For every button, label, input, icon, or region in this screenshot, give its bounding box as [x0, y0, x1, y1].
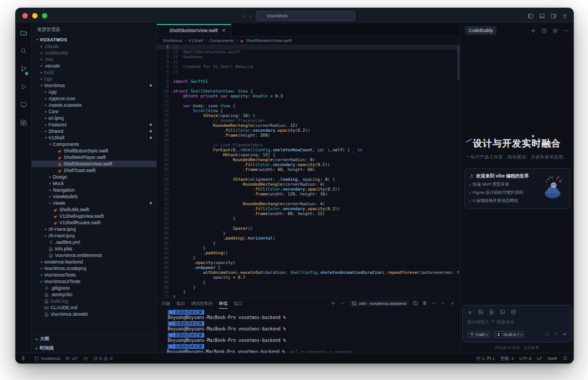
layout-sidebar-right-icon[interactable]	[550, 13, 556, 19]
code-line[interactable]: 22 ForEach(0..<ShellConfig.skeletonRowCo…	[157, 148, 460, 152]
tree-item[interactable]: .sentryclirc	[32, 291, 156, 298]
tree-item[interactable]: ▸Views	[32, 200, 156, 206]
problems-indicator[interactable]: 0 0	[93, 356, 113, 361]
new-terminal-icon[interactable]	[330, 301, 336, 306]
kill-terminal-icon[interactable]	[422, 301, 427, 306]
tree-item[interactable]: ▸Navigation	[32, 187, 156, 193]
tree-item[interactable]: build.log	[32, 298, 156, 304]
codebuddy-tab[interactable]: CodeBuddy	[465, 26, 497, 35]
code-line[interactable]: 37	[157, 221, 460, 226]
code-line[interactable]: 34 .fill(Color.secondary.opacity(0.2))	[157, 206, 460, 211]
activity-item-extensions[interactable]	[20, 119, 27, 128]
activity-item-source-control[interactable]	[20, 65, 27, 75]
code-line[interactable]: 31 .frame(width: 120, height: 16)	[157, 192, 460, 197]
editor-tab[interactable]: ShellSkeletonView.swift ✕	[157, 24, 231, 36]
code-line[interactable]: 6//	[157, 69, 460, 74]
tree-item[interactable]: ▸Core	[32, 108, 156, 115]
tree-item[interactable]: ShellSkeletonView.swift	[32, 161, 156, 167]
activity-item-search[interactable]	[20, 47, 27, 57]
tree-item[interactable]: ▸en.lproj	[32, 115, 156, 121]
code-line[interactable]: 20	[157, 138, 460, 143]
breadcrumb-segment[interactable]: V1Shell	[188, 38, 204, 43]
more-actions-icon[interactable]	[145, 27, 151, 33]
code-line[interactable]: 48 opacity = 0.7	[157, 275, 460, 280]
tree-item[interactable]: V1ShellAppView.swift	[32, 213, 156, 219]
tree-item[interactable]: ▾V1Shell	[32, 134, 156, 141]
code-line[interactable]: 41 }	[157, 241, 460, 246]
split-terminal-icon[interactable]	[413, 301, 418, 306]
breadcrumb-file[interactable]: ShellSkeletonView.swift	[246, 38, 292, 43]
status-item[interactable]: 行 1, 列 1	[476, 356, 495, 361]
tree-item[interactable]: CLAUDE.md	[32, 304, 156, 311]
tree-item[interactable]: ▸VoxAtmosTests	[32, 272, 156, 278]
close-panel-icon[interactable]	[450, 301, 455, 306]
bell-icon[interactable]	[562, 356, 568, 361]
git-branch-indicator[interactable]: v1*	[65, 356, 78, 361]
nav-forward-icon[interactable]: ›	[249, 13, 252, 19]
tree-item[interactable]: ShellButtonStyle.swift	[32, 148, 156, 154]
breadcrumb-segment[interactable]: Components	[209, 38, 234, 43]
code-line[interactable]: 51 }	[157, 290, 460, 295]
code-line[interactable]: 4//	[157, 59, 460, 64]
code-line[interactable]: 14 ScrollView {	[157, 108, 460, 113]
more-actions-icon[interactable]	[449, 27, 455, 33]
code-line[interactable]: 5// Created for V1 Shell Rebuild.	[157, 64, 460, 69]
code-line[interactable]: 27	[157, 172, 460, 177]
code-line[interactable]: 12	[157, 99, 460, 103]
code-line[interactable]: 11 @State private var opacity: Double = …	[157, 94, 460, 99]
code-editor[interactable]: 1//2// ShellSkeletonView.swift3// VoxAtm…	[157, 45, 460, 298]
wand-icon[interactable]	[553, 332, 559, 337]
code-line[interactable]: 45 .opacity(opacity)	[157, 260, 460, 265]
code-line[interactable]: 52}	[157, 295, 460, 298]
remote-indicator[interactable]	[16, 356, 31, 361]
activity-item-run-debug[interactable]	[20, 83, 27, 93]
timeline-section[interactable]: ▸ 时间线	[32, 344, 156, 353]
sync-button[interactable]	[83, 356, 88, 361]
layout-sidebar-left-icon[interactable]	[528, 13, 534, 19]
code-line[interactable]: 33 RoundedRectangle(cornerRadius: 4)	[157, 201, 460, 206]
tree-item[interactable]: ▸ViewModels	[32, 193, 156, 200]
tree-item[interactable]: ▸build	[32, 69, 156, 76]
mode-selector[interactable]: Craft ▾	[467, 330, 491, 338]
code-line[interactable]: 49 }	[157, 280, 460, 285]
command-center-search[interactable]: VoxAtmos	[256, 11, 356, 21]
more-icon[interactable]	[563, 28, 569, 34]
terminal-list-item[interactable]: zsh - voxatmos-backend	[349, 301, 409, 307]
panel-tab-输出[interactable]: 输出	[176, 298, 185, 309]
code-line[interactable]: 25 .fill(Color.secondary.opacity(0.2))	[157, 162, 460, 167]
tree-item[interactable]: .gitignore	[32, 285, 156, 291]
project-indicator[interactable]: VoxAtmos	[34, 356, 60, 361]
code-line[interactable]: 16 // Header Placeholder	[157, 118, 460, 123]
tree-item[interactable]: Info.plist	[32, 246, 156, 252]
code-line[interactable]: 24 RoundedRectangle(cornerRadius: 8)	[157, 157, 460, 162]
breadcrumb-segment[interactable]: VoxAtmos	[163, 38, 182, 43]
code-line[interactable]: 26 .frame(width: 60, height: 60)	[157, 167, 460, 172]
layout-panel-bottom-icon[interactable]	[539, 13, 545, 19]
status-item[interactable]: Swift	[548, 356, 557, 361]
tree-item[interactable]: ▸logs	[32, 76, 156, 82]
doc-icon[interactable]	[489, 309, 494, 315]
chevron-down-icon[interactable]	[340, 301, 345, 306]
code-line[interactable]: 30 .fill(Color.secondary.opacity(0.2))	[157, 187, 460, 192]
split-editor-icon[interactable]	[438, 27, 444, 33]
tree-item[interactable]: ▸.codebuddy	[32, 50, 156, 56]
tree-item[interactable]: ShellMiniPlayer.swift	[32, 154, 156, 161]
tree-item[interactable]: ▸.claude	[32, 43, 156, 50]
nav-back-icon[interactable]: ‹	[243, 13, 245, 19]
model-selector[interactable]: Z GLM-4.7 ▾	[493, 330, 525, 338]
code-line[interactable]: 29 RoundedRectangle(cornerRadius: 4)	[157, 182, 460, 187]
tree-item[interactable]: ▸AppIcon.icon	[32, 95, 156, 102]
panel-tab-端口[interactable]: 端口	[234, 298, 242, 309]
tree-item[interactable]: ▸VoxAtmosUITests	[32, 278, 156, 285]
tree-item[interactable]: ▾VOXATMOS	[32, 36, 156, 43]
code-line[interactable]: 38 Spacer()	[157, 226, 460, 231]
image-icon[interactable]	[478, 309, 483, 315]
code-line[interactable]: 1//	[157, 45, 460, 50]
history-icon[interactable]	[541, 28, 547, 34]
activity-item-remote-explorer[interactable]	[20, 101, 27, 111]
code-line[interactable]: 3// VoxAtmos	[157, 54, 460, 59]
tree-item[interactable]: .swiftlint.yml	[32, 239, 156, 246]
code-line[interactable]: 23 HStack(spacing: 12) {	[157, 152, 460, 157]
code-line[interactable]: 17 RoundedRectangle(cornerRadius: 12)	[157, 123, 460, 128]
code-line[interactable]: 47 withAnimation(.easeInOut(duration: Sh…	[157, 270, 460, 275]
